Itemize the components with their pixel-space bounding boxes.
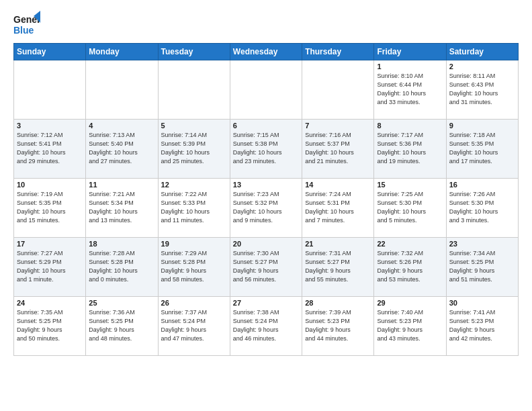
calendar-cell: 4Sunrise: 7:13 AM Sunset: 5:40 PM Daylig… <box>86 120 158 179</box>
day-number: 14 <box>305 181 371 189</box>
calendar-cell: 8Sunrise: 7:17 AM Sunset: 5:36 PM Daylig… <box>374 120 446 179</box>
weekday-header-thursday: Thursday <box>302 44 374 60</box>
week-row-5: 24Sunrise: 7:35 AM Sunset: 5:25 PM Dayli… <box>14 297 519 356</box>
day-info: Sunrise: 7:14 AM Sunset: 5:39 PM Dayligh… <box>161 131 227 166</box>
day-number: 10 <box>17 181 83 189</box>
day-number: 16 <box>449 181 515 189</box>
calendar-cell: 6Sunrise: 7:15 AM Sunset: 5:38 PM Daylig… <box>230 120 302 179</box>
calendar-cell: 18Sunrise: 7:28 AM Sunset: 5:28 PM Dayli… <box>86 238 158 297</box>
header: General Blue <box>13 11 519 38</box>
day-info: Sunrise: 7:25 AM Sunset: 5:30 PM Dayligh… <box>377 190 443 225</box>
calendar-cell: 10Sunrise: 7:19 AM Sunset: 5:35 PM Dayli… <box>14 179 86 238</box>
calendar-cell: 9Sunrise: 7:18 AM Sunset: 5:35 PM Daylig… <box>446 120 518 179</box>
day-number: 8 <box>377 122 443 130</box>
day-info: Sunrise: 7:13 AM Sunset: 5:40 PM Dayligh… <box>89 131 154 166</box>
day-info: Sunrise: 7:34 AM Sunset: 5:25 PM Dayligh… <box>449 249 515 284</box>
calendar-cell: 7Sunrise: 7:16 AM Sunset: 5:37 PM Daylig… <box>302 120 374 179</box>
day-number: 20 <box>233 240 299 248</box>
day-number: 2 <box>449 62 515 71</box>
day-info: Sunrise: 8:11 AM Sunset: 6:43 PM Dayligh… <box>449 72 515 107</box>
day-number: 28 <box>305 299 371 307</box>
day-info: Sunrise: 7:30 AM Sunset: 5:27 PM Dayligh… <box>233 249 299 284</box>
calendar-cell: 19Sunrise: 7:29 AM Sunset: 5:28 PM Dayli… <box>158 238 230 297</box>
day-info: Sunrise: 7:26 AM Sunset: 5:30 PM Dayligh… <box>449 190 515 225</box>
calendar-cell <box>230 60 302 120</box>
calendar-cell: 14Sunrise: 7:24 AM Sunset: 5:31 PM Dayli… <box>302 179 374 238</box>
calendar-cell: 1Sunrise: 8:10 AM Sunset: 6:44 PM Daylig… <box>374 60 446 120</box>
weekday-header-tuesday: Tuesday <box>158 44 230 60</box>
day-info: Sunrise: 7:24 AM Sunset: 5:31 PM Dayligh… <box>305 190 371 225</box>
calendar-table: SundayMondayTuesdayWednesdayThursdayFrid… <box>13 43 519 356</box>
day-number: 5 <box>161 122 227 130</box>
weekday-header-row: SundayMondayTuesdayWednesdayThursdayFrid… <box>14 44 519 60</box>
logo: General Blue <box>13 11 40 38</box>
day-number: 11 <box>89 181 154 189</box>
weekday-header-saturday: Saturday <box>446 44 518 60</box>
calendar-cell <box>158 60 230 120</box>
calendar-cell: 29Sunrise: 7:40 AM Sunset: 5:23 PM Dayli… <box>374 297 446 356</box>
day-info: Sunrise: 7:23 AM Sunset: 5:32 PM Dayligh… <box>233 190 299 225</box>
calendar-cell: 30Sunrise: 7:41 AM Sunset: 5:23 PM Dayli… <box>446 297 518 356</box>
day-number: 24 <box>17 299 83 307</box>
day-number: 6 <box>233 122 299 130</box>
calendar-cell: 25Sunrise: 7:36 AM Sunset: 5:25 PM Dayli… <box>86 297 158 356</box>
calendar-cell: 16Sunrise: 7:26 AM Sunset: 5:30 PM Dayli… <box>446 179 518 238</box>
day-number: 9 <box>449 122 515 130</box>
calendar-cell: 22Sunrise: 7:32 AM Sunset: 5:26 PM Dayli… <box>374 238 446 297</box>
calendar-cell: 24Sunrise: 7:35 AM Sunset: 5:25 PM Dayli… <box>14 297 86 356</box>
day-number: 12 <box>161 181 227 189</box>
day-number: 23 <box>449 240 515 248</box>
calendar-cell: 3Sunrise: 7:12 AM Sunset: 5:41 PM Daylig… <box>14 120 86 179</box>
day-info: Sunrise: 7:18 AM Sunset: 5:35 PM Dayligh… <box>449 131 515 166</box>
weekday-header-monday: Monday <box>86 44 158 60</box>
day-info: Sunrise: 7:15 AM Sunset: 5:38 PM Dayligh… <box>233 131 299 166</box>
calendar-cell <box>302 60 374 120</box>
day-info: Sunrise: 7:27 AM Sunset: 5:29 PM Dayligh… <box>17 249 83 284</box>
day-info: Sunrise: 7:19 AM Sunset: 5:35 PM Dayligh… <box>17 190 83 225</box>
day-info: Sunrise: 7:21 AM Sunset: 5:34 PM Dayligh… <box>89 190 154 225</box>
day-number: 1 <box>377 62 443 71</box>
day-number: 19 <box>161 240 227 248</box>
day-number: 17 <box>17 240 83 248</box>
day-number: 21 <box>305 240 371 248</box>
day-info: Sunrise: 7:16 AM Sunset: 5:37 PM Dayligh… <box>305 131 371 166</box>
day-info: Sunrise: 7:28 AM Sunset: 5:28 PM Dayligh… <box>89 249 154 284</box>
day-number: 25 <box>89 299 154 307</box>
week-row-4: 17Sunrise: 7:27 AM Sunset: 5:29 PM Dayli… <box>14 238 519 297</box>
day-number: 26 <box>161 299 227 307</box>
day-info: Sunrise: 7:22 AM Sunset: 5:33 PM Dayligh… <box>161 190 227 225</box>
day-info: Sunrise: 7:38 AM Sunset: 5:24 PM Dayligh… <box>233 308 299 343</box>
calendar-cell: 23Sunrise: 7:34 AM Sunset: 5:25 PM Dayli… <box>446 238 518 297</box>
weekday-header-sunday: Sunday <box>14 44 86 60</box>
week-row-3: 10Sunrise: 7:19 AM Sunset: 5:35 PM Dayli… <box>14 179 519 238</box>
calendar-cell: 21Sunrise: 7:31 AM Sunset: 5:27 PM Dayli… <box>302 238 374 297</box>
logo-icon: General Blue <box>13 11 40 38</box>
day-info: Sunrise: 7:39 AM Sunset: 5:23 PM Dayligh… <box>305 308 371 343</box>
day-number: 22 <box>377 240 443 248</box>
weekday-header-friday: Friday <box>374 44 446 60</box>
calendar-cell: 12Sunrise: 7:22 AM Sunset: 5:33 PM Dayli… <box>158 179 230 238</box>
day-info: Sunrise: 7:31 AM Sunset: 5:27 PM Dayligh… <box>305 249 371 284</box>
page: General Blue SundayMondayTuesdayWednesda… <box>0 0 532 363</box>
day-number: 18 <box>89 240 154 248</box>
calendar-cell: 13Sunrise: 7:23 AM Sunset: 5:32 PM Dayli… <box>230 179 302 238</box>
day-info: Sunrise: 7:12 AM Sunset: 5:41 PM Dayligh… <box>17 131 83 166</box>
day-number: 4 <box>89 122 154 130</box>
calendar-cell: 26Sunrise: 7:37 AM Sunset: 5:24 PM Dayli… <box>158 297 230 356</box>
calendar-cell: 2Sunrise: 8:11 AM Sunset: 6:43 PM Daylig… <box>446 60 518 120</box>
calendar-cell: 28Sunrise: 7:39 AM Sunset: 5:23 PM Dayli… <box>302 297 374 356</box>
calendar-cell: 20Sunrise: 7:30 AM Sunset: 5:27 PM Dayli… <box>230 238 302 297</box>
weekday-header-wednesday: Wednesday <box>230 44 302 60</box>
calendar-cell: 11Sunrise: 7:21 AM Sunset: 5:34 PM Dayli… <box>86 179 158 238</box>
svg-text:Blue: Blue <box>13 25 34 36</box>
day-info: Sunrise: 7:36 AM Sunset: 5:25 PM Dayligh… <box>89 308 154 343</box>
calendar-cell: 27Sunrise: 7:38 AM Sunset: 5:24 PM Dayli… <box>230 297 302 356</box>
calendar-cell: 5Sunrise: 7:14 AM Sunset: 5:39 PM Daylig… <box>158 120 230 179</box>
day-number: 27 <box>233 299 299 307</box>
day-number: 7 <box>305 122 371 130</box>
calendar-cell: 15Sunrise: 7:25 AM Sunset: 5:30 PM Dayli… <box>374 179 446 238</box>
day-info: Sunrise: 7:32 AM Sunset: 5:26 PM Dayligh… <box>377 249 443 284</box>
day-info: Sunrise: 8:10 AM Sunset: 6:44 PM Dayligh… <box>377 72 443 107</box>
day-number: 3 <box>17 122 83 130</box>
calendar-cell <box>14 60 86 120</box>
